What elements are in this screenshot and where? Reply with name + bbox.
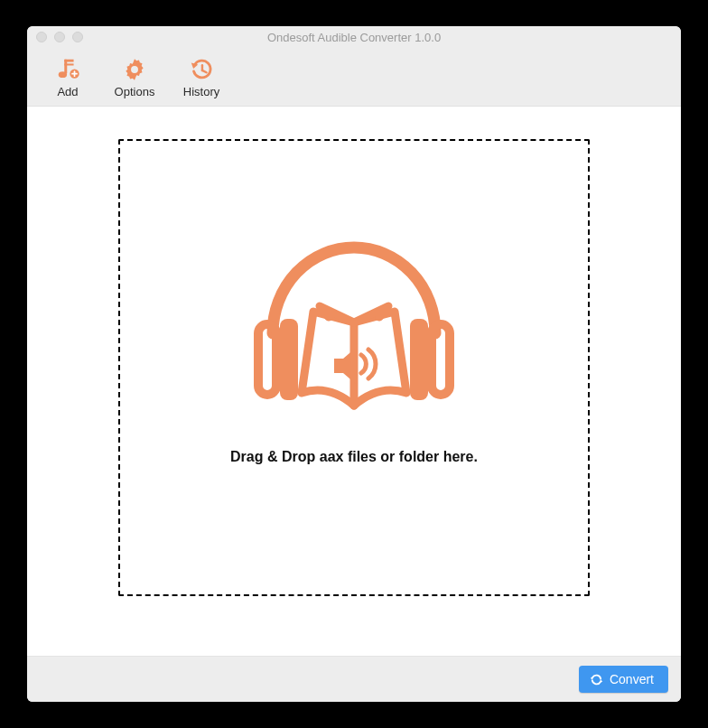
window-controls	[27, 32, 83, 42]
convert-button[interactable]: Convert	[579, 666, 668, 693]
svg-marker-16	[591, 677, 593, 680]
svg-rect-2	[64, 59, 73, 61]
convert-refresh-icon	[590, 672, 604, 686]
history-label: History	[183, 85, 219, 98]
drop-hint-text: Drag & Drop aax files or folder here.	[230, 449, 478, 465]
svg-rect-14	[410, 319, 428, 400]
zoom-window-button[interactable]	[72, 32, 83, 42]
history-button[interactable]: History	[168, 51, 235, 102]
app-window: Ondesoft Audible Converter 1.0.0	[27, 26, 681, 702]
minimize-window-button[interactable]	[54, 32, 65, 42]
convert-label: Convert	[610, 672, 654, 686]
history-icon	[188, 56, 215, 83]
add-label: Add	[57, 85, 78, 98]
close-window-button[interactable]	[36, 32, 47, 42]
footer: Convert	[27, 656, 681, 702]
svg-marker-15	[601, 679, 603, 683]
options-button[interactable]: Options	[101, 51, 168, 102]
add-button[interactable]: Add	[34, 51, 101, 102]
audiobook-headphones-icon	[246, 216, 462, 424]
add-music-icon	[54, 56, 81, 83]
svg-line-10	[202, 70, 207, 71]
titlebar: Ondesoft Audible Converter 1.0.0	[27, 26, 681, 48]
options-label: Options	[115, 85, 155, 98]
window-title: Ondesoft Audible Converter 1.0.0	[27, 31, 681, 44]
svg-rect-12	[280, 319, 298, 400]
svg-point-7	[131, 66, 138, 73]
toolbar: Add Options	[27, 48, 681, 107]
gear-icon	[121, 56, 148, 83]
drop-zone[interactable]: Drag & Drop aax files or folder here.	[118, 139, 590, 596]
svg-rect-3	[64, 63, 73, 65]
svg-point-1	[59, 71, 67, 78]
main-content: Drag & Drop aax files or folder here.	[27, 107, 681, 656]
